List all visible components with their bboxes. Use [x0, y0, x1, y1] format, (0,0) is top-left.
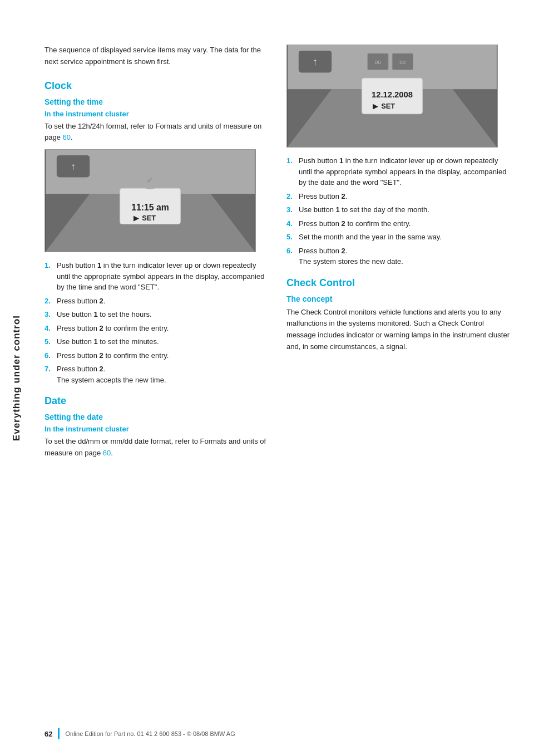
- clock-title: Clock: [44, 80, 270, 92]
- main-content: The sequence of displayed service items …: [33, 0, 534, 756]
- svg-text:00: 00: [375, 59, 381, 65]
- date-step-4: 4. Press button 2 to confirm the entry.: [286, 218, 512, 229]
- svg-text:12.12.2008: 12.12.2008: [372, 90, 413, 99]
- step-5: 5. Use button 1 to set the minutes.: [44, 336, 270, 347]
- step-6: 6. Press button 2 to confirm the entry.: [44, 350, 270, 361]
- intro-text: The sequence of displayed service items …: [44, 45, 270, 68]
- date-steps: 1. Push button 1 in the turn indicator l…: [286, 155, 512, 267]
- svg-text:↑: ↑: [71, 161, 76, 172]
- svg-text:▶: ▶: [134, 214, 139, 222]
- concept-subtitle: The concept: [286, 294, 512, 303]
- sidebar-label: Everything under control: [11, 315, 22, 441]
- svg-text:▶: ▶: [373, 102, 378, 110]
- svg-text:00: 00: [399, 59, 406, 65]
- date-title: Date: [44, 395, 270, 407]
- date-page-link[interactable]: 60: [103, 449, 111, 457]
- date-format-body: To set the dd/mm or mm/dd date format, r…: [44, 437, 266, 457]
- date-step-3: 3. Use button 1 to set the day of the mo…: [286, 204, 512, 215]
- step-7: 7. Press button 2.The system accepts the…: [44, 364, 270, 385]
- check-control-body: The Check Control monitors vehicle funct…: [286, 307, 512, 353]
- step-2: 2. Press button 2.: [44, 296, 270, 307]
- clock-section: Clock Setting the time In the instrument…: [44, 80, 270, 386]
- footer-text: Online Edition for Part no. 01 41 2 600 …: [65, 730, 235, 737]
- cluster-time-image: ↑ ✓ 11:15 am ▶ SET: [44, 149, 256, 252]
- date-step-1: 1. Push button 1 in the turn indicator l…: [286, 155, 512, 188]
- clock-format-body: To set the 12h/24h format, refer to Form…: [44, 122, 261, 142]
- page-container: Everything under control The sequence of…: [0, 0, 534, 756]
- date-format-text: To set the dd/mm or mm/dd date format, r…: [44, 436, 270, 459]
- date-in-cluster-label: In the instrument cluster: [44, 425, 270, 433]
- step-3: 3. Use button 1 to set the hours.: [44, 309, 270, 320]
- right-column: ↑ 00 00 12.12.2008 ▶ SET: [286, 45, 512, 734]
- cluster-date-image: ↑ 00 00 12.12.2008 ▶ SET: [286, 45, 498, 148]
- sidebar: Everything under control: [0, 0, 33, 756]
- date-section: Date Setting the date In the instrument …: [44, 395, 270, 459]
- footer-bar: [58, 728, 60, 739]
- page-footer: 62 Online Edition for Part no. 01 41 2 6…: [0, 728, 534, 739]
- step-1: 1. Push button 1 in the turn indicator l…: [44, 260, 270, 293]
- svg-text:11:15 am: 11:15 am: [131, 203, 169, 212]
- check-control-title: Check Control: [286, 277, 512, 289]
- step-4: 4. Press button 2 to confirm the entry.: [44, 323, 270, 334]
- svg-text:↑: ↑: [313, 56, 318, 67]
- clock-format-text: To set the 12h/24h format, refer to Form…: [44, 121, 270, 144]
- date-step-6: 6. Press button 2.The system stores the …: [286, 246, 512, 267]
- check-control-section: Check Control The concept The Check Cont…: [286, 277, 512, 353]
- clock-steps: 1. Push button 1 in the turn indicator l…: [44, 260, 270, 385]
- date-format-end: .: [111, 449, 113, 457]
- in-cluster-label: In the instrument cluster: [44, 110, 270, 118]
- svg-text:✓: ✓: [147, 176, 154, 185]
- clock-page-link[interactable]: 60: [63, 133, 71, 141]
- date-step-5: 5. Set the month and the year in the sam…: [286, 232, 512, 243]
- left-column: The sequence of displayed service items …: [44, 45, 270, 734]
- svg-text:SET: SET: [142, 214, 156, 222]
- setting-time-subtitle: Setting the time: [44, 97, 270, 106]
- clock-format-end: .: [71, 133, 73, 141]
- page-number: 62: [44, 730, 52, 738]
- date-step-2: 2. Press button 2.: [286, 191, 512, 202]
- setting-date-subtitle: Setting the date: [44, 413, 270, 421]
- svg-text:SET: SET: [381, 102, 395, 110]
